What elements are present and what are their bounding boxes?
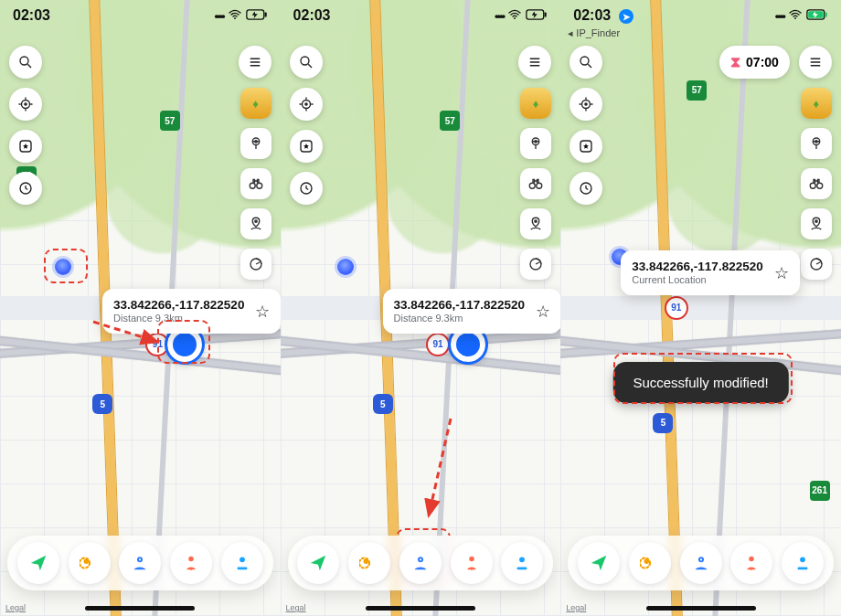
cell-signal-icon: ••••: [495, 9, 504, 23]
game-badge-icon[interactable]: ♦: [520, 88, 551, 119]
dock-two-point[interactable]: [119, 542, 161, 584]
location-card[interactable]: 33.842266,-117.822520 Current Location ☆: [621, 250, 799, 295]
menu-button[interactable]: [799, 46, 832, 79]
svg-point-37: [420, 558, 421, 560]
battery-charging-icon: [526, 9, 548, 23]
dock-teleport[interactable]: [297, 542, 339, 584]
dock-two-point[interactable]: [680, 542, 722, 584]
svg-point-62: [800, 557, 805, 562]
locate-button[interactable]: [290, 88, 323, 121]
binoculars-icon[interactable]: [240, 168, 271, 199]
binoculars-icon[interactable]: [801, 168, 832, 199]
status-bar: 02:03 ••••: [0, 0, 281, 29]
game-badge-icon[interactable]: ♦: [801, 88, 832, 119]
svg-point-24: [301, 57, 309, 65]
game-badge-icon[interactable]: ♦: [240, 88, 271, 119]
svg-point-31: [529, 183, 535, 188]
home-indicator: [366, 606, 475, 611]
binoculars-icon[interactable]: [520, 168, 551, 199]
history-button[interactable]: [9, 172, 42, 205]
battery-charging-icon: [806, 9, 828, 23]
pokestop-icon[interactable]: [801, 128, 832, 159]
dock-teleport[interactable]: [17, 542, 59, 584]
shield-hwy-91: 91: [426, 333, 450, 356]
dock-teleport[interactable]: [578, 542, 620, 584]
svg-point-59: [699, 558, 701, 560]
svg-point-18: [190, 568, 193, 570]
dock-jump[interactable]: [782, 542, 824, 584]
legal-link[interactable]: Legal: [566, 603, 586, 612]
user-location-dot: [337, 259, 354, 275]
left-toolbar: [290, 46, 323, 205]
dock-jump[interactable]: [221, 542, 263, 584]
location-coords: 33.842266,-117.822520: [632, 260, 762, 274]
location-distance: Distance 9.3km: [394, 313, 525, 324]
legal-link[interactable]: Legal: [286, 603, 306, 612]
search-button[interactable]: [9, 46, 42, 79]
shield-interstate: 5: [653, 413, 673, 433]
route-pin-icon[interactable]: [801, 208, 832, 239]
locate-button[interactable]: [570, 88, 602, 121]
svg-point-52: [815, 141, 817, 143]
favorites-button[interactable]: [290, 130, 323, 163]
search-button[interactable]: [290, 46, 323, 79]
cooldown-timer[interactable]: ⧗ 07:00: [719, 46, 790, 79]
dock-multi[interactable]: [451, 542, 493, 584]
back-to-app[interactable]: ◂ IP_Finder: [568, 27, 620, 39]
dock-walk[interactable]: [69, 542, 111, 584]
svg-point-12: [254, 220, 256, 222]
cell-signal-icon: ••••: [214, 9, 223, 23]
radar-icon[interactable]: [520, 249, 551, 280]
menu-button[interactable]: [239, 46, 271, 79]
dock-multi[interactable]: [730, 542, 772, 584]
radar-icon[interactable]: [801, 249, 832, 280]
star-outline-icon[interactable]: ☆: [774, 263, 789, 283]
svg-rect-41: [517, 568, 527, 570]
locate-button[interactable]: [9, 88, 42, 121]
star-outline-icon[interactable]: ☆: [255, 302, 270, 322]
radar-icon[interactable]: [240, 249, 271, 280]
svg-point-17: [188, 557, 194, 562]
phone-screen-2: 5 91 57 02:03 •••• ♦: [281, 0, 561, 616]
svg-point-38: [469, 557, 474, 562]
star-outline-icon[interactable]: ☆: [536, 302, 550, 322]
pokestop-icon[interactable]: [240, 128, 271, 159]
favorites-button[interactable]: [570, 130, 602, 163]
shield-interstate: 5: [373, 394, 393, 414]
dock-multi[interactable]: [170, 542, 212, 584]
right-toolbar: ♦: [801, 88, 832, 280]
dock-walk[interactable]: [629, 542, 671, 584]
dock-walk[interactable]: [348, 542, 390, 584]
pokestop-icon[interactable]: [520, 128, 551, 159]
location-card[interactable]: 33.842266,-117.822520 Distance 9.3km ☆: [102, 289, 281, 334]
history-button[interactable]: [570, 172, 602, 205]
svg-point-26: [304, 103, 306, 105]
wifi-icon: [788, 7, 803, 25]
menu-button[interactable]: [518, 46, 551, 79]
route-pin-icon[interactable]: [520, 208, 551, 239]
svg-point-9: [254, 141, 256, 143]
mode-dock: [7, 536, 273, 590]
right-toolbar: ♦: [240, 88, 271, 280]
shield-hwy-57: 57: [160, 111, 180, 131]
route-pin-icon[interactable]: [240, 208, 271, 239]
dock-jump[interactable]: [501, 542, 543, 584]
svg-point-10: [250, 183, 255, 188]
wifi-icon: [228, 7, 242, 25]
wifi-icon: [507, 7, 522, 25]
svg-point-19: [240, 557, 245, 562]
status-time: 02:03: [573, 7, 611, 23]
favorites-button[interactable]: [9, 130, 42, 163]
svg-rect-63: [798, 568, 808, 570]
location-card[interactable]: 33.842266,-117.822520 Distance 9.3km ☆: [383, 289, 561, 334]
history-button[interactable]: [290, 172, 323, 205]
dock-two-point[interactable]: [399, 542, 442, 584]
svg-point-54: [817, 183, 823, 188]
user-location-dot: [55, 259, 71, 275]
legal-link[interactable]: Legal: [5, 603, 26, 612]
status-time: 02:03: [293, 7, 331, 24]
mode-dock: [288, 536, 554, 590]
svg-point-5: [25, 103, 27, 105]
search-button[interactable]: [570, 46, 602, 79]
hourglass-icon: ⧗: [730, 54, 740, 70]
